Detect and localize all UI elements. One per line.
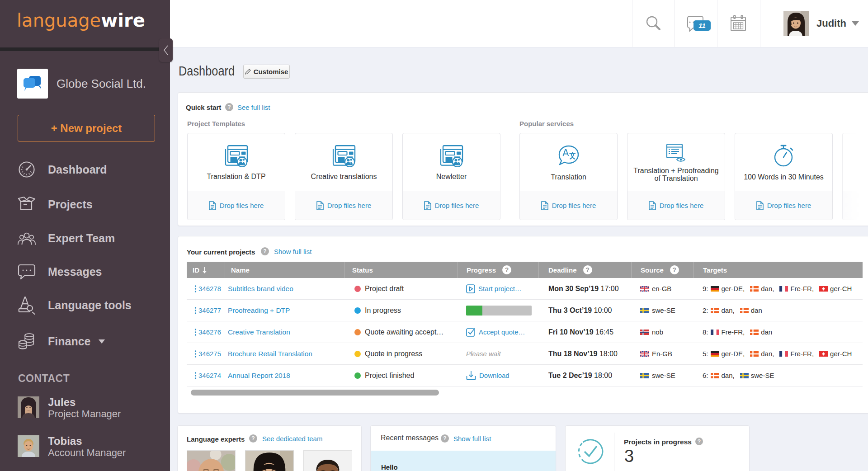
template-card-creative-translations[interactable]: Creative translations Drop files here bbox=[295, 133, 393, 220]
progress-action-label[interactable]: Start project… bbox=[478, 285, 522, 292]
see-dedicated-team-link[interactable]: See dedicated team bbox=[262, 435, 322, 443]
row-menu-icon[interactable] bbox=[194, 306, 197, 315]
quick-start-help-icon[interactable]: ? bbox=[225, 103, 233, 111]
cell-name: Subtitles brand video bbox=[225, 278, 344, 299]
column-header-name[interactable]: Name bbox=[225, 262, 344, 278]
project-id-link[interactable]: 346276 bbox=[198, 328, 221, 336]
progress-action-label[interactable]: Accept quote… bbox=[479, 328, 525, 336]
column-help-icon[interactable]: ? bbox=[583, 265, 592, 274]
sidebar-item-label: Language tools bbox=[48, 299, 132, 312]
row-menu-icon[interactable] bbox=[194, 350, 197, 358]
table-row[interactable]: 346278 Subtitles brand video Project dra… bbox=[187, 278, 863, 300]
cell-targets: 9:ger-DE, dan,Fre-FR, ger-CH bbox=[693, 278, 863, 299]
cell-id: 346275 bbox=[187, 343, 225, 364]
search-button[interactable] bbox=[632, 0, 674, 47]
project-id-link[interactable]: 346274 bbox=[198, 372, 221, 379]
sidebar-collapse-button[interactable] bbox=[159, 38, 173, 62]
topbar-separator bbox=[760, 0, 760, 47]
project-id-link[interactable]: 346277 bbox=[198, 306, 221, 314]
column-header-status[interactable]: Status bbox=[344, 262, 458, 278]
cell-progress: Download bbox=[458, 365, 538, 386]
flag-dk-icon bbox=[750, 330, 759, 335]
project-id-link[interactable]: 346278 bbox=[198, 285, 221, 292]
page-title: Dashboard bbox=[179, 63, 235, 79]
cell-status: Project finished bbox=[344, 365, 458, 386]
current-projects-help-icon[interactable]: ? bbox=[261, 247, 269, 255]
checkbox-icon bbox=[466, 328, 476, 337]
project-name-link[interactable]: Brochure Retail Translation bbox=[228, 350, 312, 358]
sidebar-item-language-tools[interactable]: Language tools bbox=[0, 288, 170, 322]
recent-messages-card: Recent messages ? Show full list Hello bbox=[370, 425, 556, 471]
projects-in-progress-count: 3 bbox=[624, 447, 634, 466]
sidebar-item-expert-team[interactable]: Expert Team bbox=[0, 221, 170, 255]
see-full-list-link[interactable]: See full list bbox=[237, 104, 270, 111]
row-menu-icon[interactable] bbox=[194, 328, 197, 336]
target-language: ger-CH bbox=[819, 285, 852, 292]
sidebar-item-label: Projects bbox=[48, 198, 93, 211]
target-language: ger-CH bbox=[819, 350, 852, 358]
horizontal-scrollbar[interactable] bbox=[191, 390, 439, 396]
cell-status: In progress bbox=[344, 300, 458, 321]
column-header-progress[interactable]: Progress? bbox=[458, 262, 538, 278]
table-row[interactable]: 346277 Proofreading + DTP In progress Th… bbox=[187, 300, 863, 321]
sidebar-item-finance[interactable]: Finance bbox=[0, 325, 170, 358]
template-doc-people-icon bbox=[331, 145, 357, 167]
flag-de-icon bbox=[711, 286, 719, 292]
sidebar-item-projects[interactable]: Projects bbox=[0, 188, 170, 221]
drop-files-zone[interactable]: Drop files here bbox=[627, 191, 725, 220]
calendar-button[interactable] bbox=[717, 0, 759, 47]
avatar-jules bbox=[18, 396, 39, 418]
language-experts-card: Language experts ? See dedicated team bbox=[177, 425, 362, 471]
project-name-link[interactable]: Annual Report 2018 bbox=[228, 372, 290, 380]
show-full-list-link[interactable]: Show full list bbox=[274, 248, 311, 255]
play-icon bbox=[466, 284, 475, 293]
messages-help-icon[interactable]: ? bbox=[441, 434, 449, 443]
experts-help-icon[interactable]: ? bbox=[249, 434, 257, 443]
project-name-link[interactable]: Proofreading + DTP bbox=[228, 306, 290, 315]
drop-files-zone[interactable]: Drop files here bbox=[520, 191, 617, 220]
drop-files-zone[interactable]: Drop files here bbox=[295, 191, 392, 220]
message-row[interactable]: Hello bbox=[371, 451, 556, 471]
template-card-newletter[interactable]: Newletter Drop files here bbox=[402, 133, 500, 220]
column-header-id[interactable]: ID bbox=[187, 262, 225, 278]
pencil-icon bbox=[245, 69, 251, 75]
show-full-list-messages-link[interactable]: Show full list bbox=[453, 435, 491, 443]
column-help-icon[interactable]: ? bbox=[670, 265, 679, 274]
template-card-translation-dtp[interactable]: Translation & DTP Drop files here bbox=[187, 133, 285, 220]
project-name-link[interactable]: Creative Translation bbox=[228, 328, 290, 336]
cell-progress bbox=[458, 300, 538, 321]
status-dot bbox=[354, 307, 361, 314]
user-menu[interactable]: Judith bbox=[783, 11, 859, 36]
column-header-targets[interactable]: Targets bbox=[693, 262, 863, 278]
table-row[interactable]: 346276 Creative Translation Quote awaiti… bbox=[187, 321, 863, 343]
drop-files-zone[interactable]: Drop files here bbox=[735, 191, 832, 220]
service-card-translation[interactable]: Translation Drop files here bbox=[519, 133, 618, 220]
service-card-translation-proofreading[interactable]: Translation + Proofreading of Translatio… bbox=[627, 133, 725, 220]
target-language: Fre-FR, bbox=[779, 350, 814, 358]
row-menu-icon[interactable] bbox=[194, 285, 197, 293]
drop-files-zone[interactable]: Drop files here bbox=[188, 191, 285, 220]
sidebar-item-dashboard[interactable]: Dashboard bbox=[0, 153, 170, 186]
service-card-100-words[interactable]: 100 Words in 30 Minutes Drop files here bbox=[735, 133, 833, 220]
cell-targets: 8:Fre-FR, dan bbox=[693, 321, 863, 343]
row-menu-icon[interactable] bbox=[194, 372, 197, 380]
table-row[interactable]: 346274 Annual Report 2018 Project finish… bbox=[187, 365, 863, 386]
drop-files-zone[interactable]: Drop files here bbox=[403, 191, 500, 220]
targets-count: 5: bbox=[703, 350, 708, 358]
project-id-link[interactable]: 346275 bbox=[198, 350, 221, 358]
contact-tobias[interactable]: Tobias Account Manager bbox=[18, 435, 39, 457]
cell-source: swe-SE bbox=[631, 365, 693, 386]
column-header-source[interactable]: Source? bbox=[631, 262, 693, 278]
new-project-button[interactable]: + New project bbox=[18, 115, 155, 141]
contact-jules[interactable]: Jules Project Manager bbox=[18, 396, 39, 418]
progress-action-label[interactable]: Download bbox=[479, 372, 509, 379]
project-name-link[interactable]: Subtitles brand video bbox=[228, 285, 293, 293]
customise-button[interactable]: Customise bbox=[243, 65, 290, 79]
project-templates-heading: Project Templates bbox=[187, 120, 245, 127]
column-header-deadline[interactable]: Deadline? bbox=[538, 262, 631, 278]
progress-wait-label: Please wait bbox=[466, 350, 501, 358]
sidebar-item-messages[interactable]: Messages bbox=[0, 255, 170, 288]
table-row[interactable]: 346275 Brochure Retail Translation Quote… bbox=[187, 343, 863, 365]
in-progress-help-icon[interactable]: ? bbox=[695, 438, 703, 445]
column-help-icon[interactable]: ? bbox=[502, 265, 511, 274]
